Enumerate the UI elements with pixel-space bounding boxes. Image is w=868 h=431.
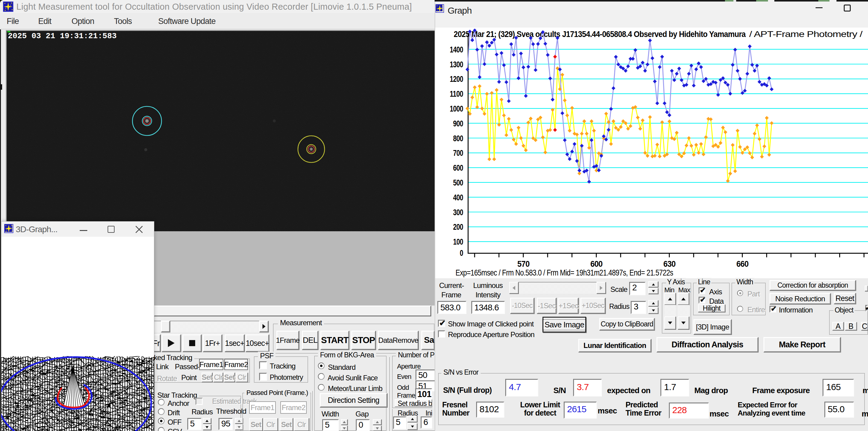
svg-text:660: 660: [737, 259, 749, 269]
svg-text:570: 570: [517, 259, 529, 269]
svg-text:2025 Mar 21; (329) Svea occult: 2025 Mar 21; (329) Svea occults J171354.…: [454, 29, 746, 39]
svg-text:1200: 1200: [450, 74, 463, 84]
svg-text:900: 900: [453, 119, 463, 128]
svg-text:200: 200: [453, 222, 463, 232]
svg-text:600: 600: [590, 259, 602, 269]
svg-text:630: 630: [663, 259, 676, 269]
svg-text:400: 400: [453, 193, 463, 202]
svg-text:500: 500: [453, 178, 463, 187]
svg-text:100: 100: [453, 237, 463, 246]
svg-text:700: 700: [453, 148, 463, 158]
svg-text:600: 600: [453, 163, 463, 173]
svg-text:0: 0: [460, 248, 463, 258]
svg-text:1000: 1000: [450, 104, 463, 113]
svg-text:Exp=165msec / Frm No.583.0 / F: Exp=165msec / Frm No.583.0 / Frm Mid= 19…: [456, 268, 673, 277]
svg-text:300: 300: [453, 208, 463, 217]
svg-text:1300: 1300: [450, 60, 463, 69]
svg-text:1100: 1100: [450, 89, 463, 98]
svg-text:800: 800: [453, 134, 463, 143]
svg-text:1400: 1400: [450, 45, 463, 54]
svg-text:/ APT-Frame Photometry /: / APT-Frame Photometry /: [749, 29, 863, 39]
